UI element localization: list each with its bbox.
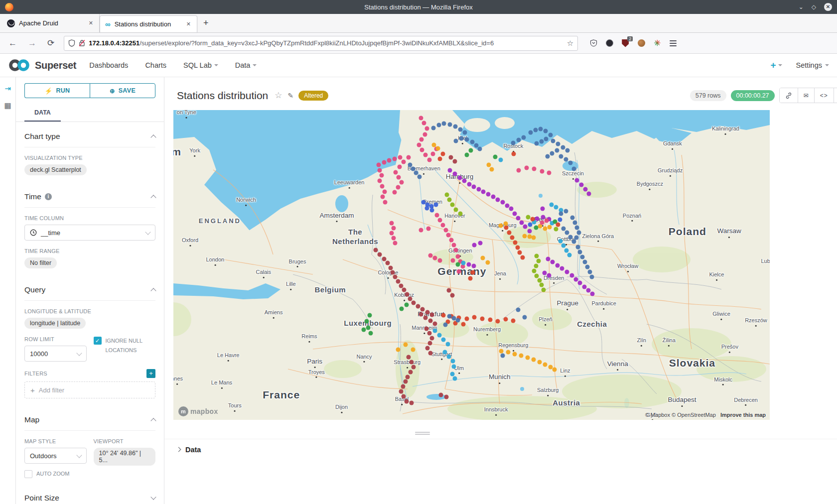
scatter-point[interactable] — [424, 326, 428, 331]
scatter-point[interactable] — [532, 167, 537, 171]
scatter-point[interactable] — [500, 353, 505, 358]
scatter-point[interactable] — [396, 185, 401, 189]
scatter-point[interactable] — [399, 389, 404, 394]
scatter-point[interactable] — [405, 399, 409, 403]
reload-button[interactable]: ⟳ — [44, 37, 58, 49]
scatter-point[interactable] — [446, 233, 450, 237]
scatter-point[interactable] — [380, 184, 384, 189]
scatter-point[interactable] — [428, 253, 432, 258]
scatter-point[interactable] — [412, 300, 416, 305]
scatter-point[interactable] — [448, 168, 452, 172]
scatter-point[interactable] — [496, 197, 500, 202]
scatter-point[interactable] — [466, 262, 471, 267]
scatter-point[interactable] — [565, 231, 569, 235]
row-limit-select[interactable]: 10000 — [24, 346, 87, 362]
scatter-point[interactable] — [382, 160, 386, 165]
scatter-point[interactable] — [393, 190, 397, 194]
scatter-point[interactable] — [542, 271, 547, 275]
scatter-point[interactable] — [487, 163, 491, 167]
nav-charts[interactable]: Charts — [145, 61, 166, 69]
scatter-point[interactable] — [436, 123, 441, 127]
scatter-point[interactable] — [559, 212, 563, 216]
scatter-point[interactable] — [418, 312, 423, 316]
viewport-pill[interactable]: 10° 24' 49.86" | 5... — [94, 448, 156, 466]
scatter-point[interactable] — [427, 331, 431, 336]
scatter-point[interactable] — [515, 246, 520, 250]
scatter-point[interactable] — [564, 248, 568, 252]
scatter-point[interactable] — [563, 157, 568, 161]
scatter-point[interactable] — [568, 235, 573, 240]
scatter-point[interactable] — [450, 293, 455, 297]
scatter-point[interactable] — [540, 169, 544, 173]
scatter-point[interactable] — [576, 230, 581, 235]
scatter-point[interactable] — [526, 215, 531, 219]
scatter-point[interactable] — [542, 287, 546, 292]
scatter-point[interactable] — [528, 222, 532, 227]
scatter-point[interactable] — [382, 256, 386, 261]
scatter-point[interactable] — [523, 225, 528, 229]
scatter-point[interactable] — [420, 307, 425, 311]
edit-title-icon[interactable]: ✎ — [288, 92, 294, 100]
section-header[interactable]: Map — [24, 415, 155, 431]
scatter-point[interactable] — [539, 139, 544, 143]
scatter-point[interactable] — [451, 258, 455, 262]
scatter-point[interactable] — [461, 322, 465, 327]
scatter-point[interactable] — [512, 152, 516, 156]
scatter-point[interactable] — [391, 226, 396, 230]
scatter-point[interactable] — [513, 241, 517, 245]
scatter-point[interactable] — [393, 275, 398, 279]
collapse-panel-icon[interactable]: ⇥ — [4, 84, 11, 93]
scatter-point[interactable] — [459, 136, 464, 141]
scatter-point[interactable] — [442, 350, 447, 355]
scatter-point[interactable] — [561, 226, 565, 231]
add-new-button[interactable]: + — [770, 60, 782, 71]
scatter-point[interactable] — [398, 155, 402, 160]
scatter-point[interactable] — [452, 377, 457, 381]
scatter-point[interactable] — [427, 157, 431, 162]
scatter-point[interactable] — [397, 165, 402, 169]
add-filter-input[interactable]: + Add filter — [24, 381, 155, 398]
scatter-point[interactable] — [401, 384, 405, 389]
scatter-point[interactable] — [406, 155, 411, 159]
tracking-shield-icon[interactable] — [68, 39, 75, 47]
scatter-point[interactable] — [481, 190, 486, 194]
scatter-point[interactable] — [441, 313, 446, 317]
scatter-point[interactable] — [486, 192, 491, 197]
scatter-point[interactable] — [560, 145, 565, 149]
scatter-point[interactable] — [430, 313, 434, 317]
scatter-point[interactable] — [433, 256, 437, 260]
scatter-point[interactable] — [582, 284, 586, 289]
scatter-point[interactable] — [587, 191, 591, 196]
scatter-point[interactable] — [504, 226, 508, 230]
checkbox-checked-icon[interactable]: ✓ — [94, 337, 102, 345]
scatter-point[interactable] — [523, 234, 527, 238]
scatter-point[interactable] — [520, 220, 524, 225]
scatter-point[interactable] — [490, 167, 494, 171]
scatter-point[interactable] — [445, 342, 450, 346]
scatter-point[interactable] — [586, 288, 591, 293]
scatter-point[interactable] — [554, 227, 558, 232]
scatter-point[interactable] — [531, 236, 536, 240]
scatter-point[interactable] — [523, 315, 527, 320]
scatter-point[interactable] — [575, 225, 579, 230]
scatter-point[interactable] — [433, 322, 437, 326]
scatter-point[interactable] — [531, 358, 536, 362]
scatter-point[interactable] — [543, 362, 547, 367]
scatter-point[interactable] — [491, 195, 495, 199]
scatter-point[interactable] — [408, 296, 413, 301]
scatter-point[interactable] — [572, 239, 576, 244]
scatter-point[interactable] — [438, 258, 442, 263]
scatter-point[interactable] — [580, 254, 585, 259]
scatter-point[interactable] — [444, 228, 448, 232]
save-button[interactable]: ⊕SAVE — [90, 83, 155, 98]
scatter-point[interactable] — [457, 175, 462, 180]
dataset-grid-icon[interactable]: ▦ — [4, 101, 11, 110]
scatter-point[interactable] — [378, 179, 382, 183]
scatter-point[interactable] — [469, 148, 473, 153]
settings-menu[interactable]: Settings — [796, 61, 829, 69]
data-panel-header[interactable]: Data — [164, 439, 837, 454]
scatter-point[interactable] — [406, 375, 410, 379]
scatter-point[interactable] — [438, 156, 442, 161]
scatter-point[interactable] — [424, 206, 429, 210]
scatter-point[interactable] — [540, 220, 544, 225]
